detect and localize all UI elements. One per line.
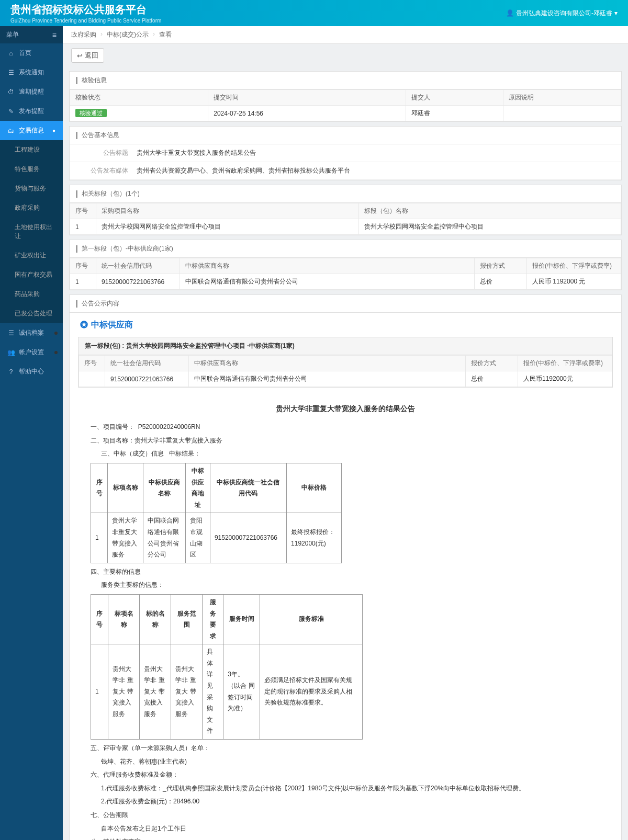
nav-item[interactable]: ?帮助中心: [0, 362, 63, 381]
verify-panel: 核验信息 核验状态 提交时间 提交人 原因说明 核验通过 2024-07-25 …: [69, 71, 622, 122]
nav-label: 国有产权交易: [15, 270, 52, 279]
nav-icon: ?: [7, 368, 15, 376]
nav-item[interactable]: 矿业权出让: [0, 246, 63, 265]
nav-label: 货物与服务: [15, 184, 46, 193]
nav-item[interactable]: ✎发布提醒: [0, 101, 63, 121]
sidebar-toggle[interactable]: 菜单≡: [0, 26, 63, 43]
nav-item[interactable]: 政府采购: [0, 198, 63, 218]
dot-icon: [54, 351, 58, 354]
nav-label: 药品采购: [15, 290, 40, 299]
crumb-3: 查看: [159, 30, 172, 39]
crumb-2[interactable]: 中标(成交)公示: [107, 30, 149, 39]
nav-label: 政府采购: [15, 203, 40, 212]
nav-icon: ☰: [7, 69, 15, 76]
nav-label: 特色服务: [15, 165, 40, 174]
nav-icon: 🗂: [7, 127, 15, 134]
nav-label: 首页: [19, 49, 31, 58]
sidebar: 菜单≡ ⌂首页☰系统通知⏱逾期提醒✎发布提醒🗂交易信息●工程建设特色服务货物与服…: [0, 26, 63, 840]
nav-item[interactable]: 👥帐户设置: [0, 343, 63, 362]
breadcrumb: 政府采购› 中标(成交)公示› 查看: [63, 26, 628, 44]
nav-item[interactable]: 药品采购: [0, 285, 63, 304]
content-panel: 公告公示内容 中标供应商 第一标段(包) : 贵州大学校园网网络安全监控管理中心…: [69, 294, 622, 840]
basic-panel: 公告基本信息 公告标题贵州大学非重复大带宽接入服务的结果公告 公告发布媒体贵州省…: [69, 126, 622, 180]
winners-title: 第一标段（包）-中标供应商(1家): [70, 240, 621, 258]
top-header: 贵州省招标投标公共服务平台 GuiZhou Province Tendering…: [0, 0, 628, 26]
nav-label: 帮助中心: [19, 367, 44, 376]
nav-item[interactable]: 特色服务: [0, 160, 63, 179]
nav-item[interactable]: 国有产权交易: [0, 265, 63, 285]
site-subtitle: GuiZhou Province Tendering and Bidding P…: [10, 18, 161, 24]
nav-label: 诚信档案: [19, 328, 44, 337]
nav-icon: 👥: [7, 349, 15, 356]
verify-status-badge: 核验通过: [75, 109, 107, 117]
nav-item[interactable]: ☰系统通知: [0, 63, 63, 82]
verify-reason: [503, 106, 621, 121]
supplier-heading: 中标供应商: [70, 313, 621, 337]
nav-label: 交易信息: [19, 126, 44, 135]
inner-pkg-title: 第一标段(包) : 贵州大学校园网网络安全监控管理中心项目 -中标供应商(1家): [78, 337, 612, 355]
nav-item[interactable]: ☰诚信档案: [0, 323, 63, 343]
nav-label: 矿业权出让: [15, 251, 46, 260]
nav-label: 帐户设置: [19, 348, 44, 357]
menu-icon: ≡: [52, 31, 57, 39]
nav-item[interactable]: 工程建设: [0, 140, 63, 160]
table-row: 1贵州大学校园网网络安全监控管理中心项目贵州大学校园网网络安全监控管理中心项目: [70, 219, 621, 235]
nav-icon: ⌂: [7, 50, 15, 57]
announcement-body: 贵州大学非重复大带宽接入服务的结果公告 一、项目编号： P52000020240…: [70, 394, 621, 840]
nav-label: 工程建设: [15, 145, 40, 154]
chevron-down-icon: ●: [52, 128, 55, 133]
verify-time: 2024-07-25 14:56: [208, 106, 406, 121]
nav-item[interactable]: 土地使用权出让: [0, 218, 63, 246]
verify-title: 核验信息: [70, 72, 621, 89]
nav-label: 已发公告处理: [15, 309, 52, 318]
winners-panel: 第一标段（包）-中标供应商(1家) 序号 统一社会信用代码 中标供应商名称 报价…: [69, 240, 622, 290]
announce-title: 贵州大学非重复大带宽接入服务的结果公告: [91, 394, 600, 419]
site-title: 贵州省招标投标公共服务平台: [10, 3, 161, 17]
nav-item[interactable]: 🗂交易信息●: [0, 121, 63, 140]
table-row: 915200007221063766中国联合网络通信有限公司贵州省分公司总价人民…: [79, 371, 612, 387]
nav-label: 土地使用权出让: [15, 223, 55, 241]
nav-icon: ✎: [7, 108, 15, 115]
main-content: 政府采购› 中标(成交)公示› 查看 ↩ 返回 核验信息 核验状态 提交时间 提…: [63, 26, 628, 840]
nav-label: 系统通知: [19, 68, 44, 77]
packages-panel: 相关标段（包）(1个) 序号采购项目名称标段（包）名称 1贵州大学校园网网络安全…: [69, 185, 622, 235]
nav-label: 发布提醒: [19, 107, 44, 116]
nav-item[interactable]: 已发公告处理: [0, 304, 63, 323]
nav-label: 逾期提醒: [19, 87, 44, 96]
nav-icon: ☰: [7, 330, 15, 337]
nav-item[interactable]: ⏱逾期提醒: [0, 82, 63, 101]
dot-icon: [54, 332, 58, 335]
user-menu[interactable]: 贵州弘典建设咨询有限公司-邓廷睿: [506, 9, 618, 18]
content-title: 公告公示内容: [70, 295, 621, 313]
basic-title: 公告基本信息: [70, 127, 621, 144]
table-row: 1915200007221063766中国联合网络通信有限公司贵州省分公司总价人…: [70, 274, 621, 290]
packages-title: 相关标段（包）(1个): [70, 185, 621, 203]
nav-icon: ⏱: [7, 88, 15, 96]
crumb-1[interactable]: 政府采购: [71, 30, 96, 39]
nav-item[interactable]: ⌂首页: [0, 43, 63, 63]
back-button[interactable]: ↩ 返回: [71, 48, 104, 63]
nav-item[interactable]: 货物与服务: [0, 179, 63, 198]
verify-submitter: 邓廷睿: [406, 106, 503, 121]
